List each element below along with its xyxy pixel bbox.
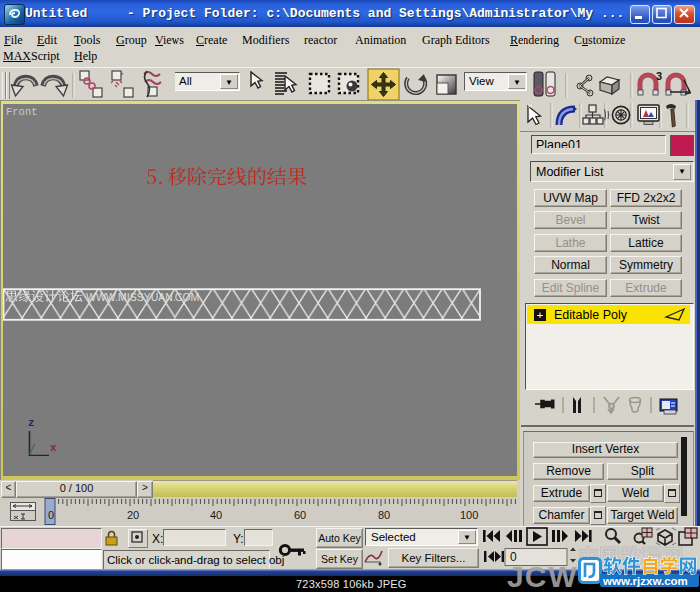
svg-text:3: 3 [656,70,662,82]
svg-text:WWW.MISSYUAN.COM: WWW.MISSYUAN.COM [86,291,199,303]
svg-text:z: z [28,417,35,429]
svg-text:x: x [50,443,57,454]
svg-text:0: 0 [510,550,517,564]
